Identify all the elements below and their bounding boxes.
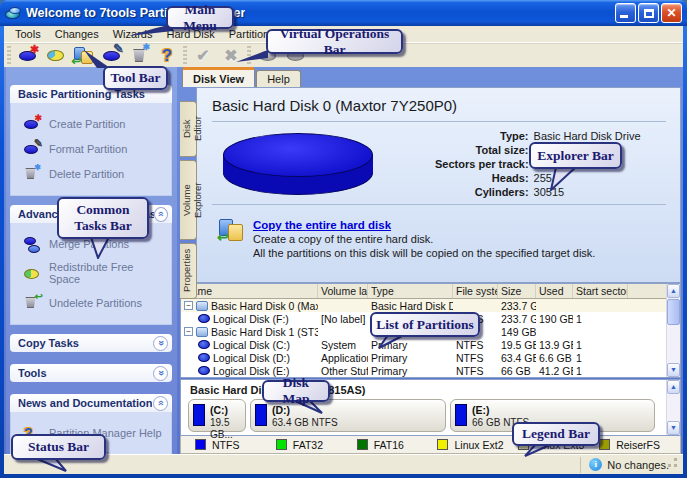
create-partition-icon: ✱ xyxy=(24,116,41,131)
callout-tool-bar: Tool Bar xyxy=(103,66,168,90)
section-basic-partitioning-tasks: Basic Partitioning Tasks ✱ Create Partit… xyxy=(10,85,172,196)
callout-tail xyxy=(236,50,269,63)
sidebar-item-delete-partition[interactable]: ✱ Delete Partition xyxy=(11,161,171,186)
legend-bar: NTFS FAT32 FAT16 Linux Ext2 Linux Ext3 R… xyxy=(180,436,681,454)
copy-entire-hard-disk-link[interactable]: Copy the entire hard disk xyxy=(253,219,391,231)
expand-chevron-icon[interactable]: » xyxy=(153,336,168,351)
collapse-chevron-icon[interactable]: » xyxy=(154,207,168,222)
legend-item-ntfs: NTFS xyxy=(195,439,276,451)
hard-disk-image xyxy=(223,133,373,195)
minimize-button[interactable] xyxy=(615,3,636,23)
collapse-box-icon[interactable]: − xyxy=(184,301,193,310)
table-row[interactable]: Logical Disk (D:) Application Primary NT… xyxy=(181,351,680,364)
callout-tail xyxy=(88,236,113,259)
logical-disk-icon xyxy=(198,353,210,362)
logical-disk-icon xyxy=(198,340,210,349)
used-space-swatch xyxy=(255,404,267,426)
expand-chevron-icon[interactable]: » xyxy=(153,366,168,381)
title-bar: Welcome to 7tools Partition Manager ✕ xyxy=(0,0,687,26)
maximize-button[interactable] xyxy=(638,3,659,23)
disk-map-title: Basic Hard Disk 1 (ST3160815AS) xyxy=(188,383,664,399)
section-header-tools[interactable]: Tools » xyxy=(10,364,172,382)
table-scrollbar[interactable]: ▲ ▼ xyxy=(666,284,680,377)
copy-hard-disk-icon: ↩ xyxy=(219,219,243,241)
delete-partition-icon: ✱ xyxy=(24,166,41,181)
format-partition-icon: ✎ xyxy=(24,141,41,156)
color-swatch xyxy=(437,439,448,450)
used-space-swatch xyxy=(193,404,205,426)
section-tools: Tools » xyxy=(10,364,172,382)
hard-disk-icon xyxy=(196,327,208,337)
column-size[interactable]: Size xyxy=(498,284,536,298)
menu-tools[interactable]: Tools xyxy=(8,27,48,41)
sidebar-item-format-partition[interactable]: ✎ Format Partition xyxy=(11,136,171,161)
callout-virtual-operations-bar: Virtual Operations Bar xyxy=(266,29,403,54)
vtab-properties[interactable]: Properties xyxy=(180,243,197,299)
callout-explorer-bar: Explorer Bar xyxy=(529,142,622,169)
callout-main-menu: Main Menu xyxy=(166,6,234,29)
section-header-news-and-documentation[interactable]: News and Documentation » xyxy=(10,394,172,412)
table-row[interactable]: Logical Disk (E:) Other Stuff Primary NT… xyxy=(181,364,680,377)
apply-button[interactable]: ✔ xyxy=(189,44,217,67)
legend-item-fat16: FAT16 xyxy=(357,439,438,451)
maximize-icon xyxy=(644,9,654,18)
tab-disk-view[interactable]: Disk View xyxy=(182,67,255,87)
sidebar-item-create-partition[interactable]: ✱ Create Partition xyxy=(11,111,171,136)
help-icon: ? xyxy=(162,46,172,66)
toolbar-grip[interactable] xyxy=(183,46,187,66)
column-file-system[interactable]: File system xyxy=(453,284,498,298)
table-row[interactable]: Logical Disk (C:) System Primary NTFS 19… xyxy=(181,338,680,351)
toolbar-grip[interactable] xyxy=(7,46,11,66)
column-type[interactable]: Type xyxy=(368,284,453,298)
sidebar-item-undelete-partitions[interactable]: ↩ Undelete Partitions xyxy=(11,290,171,315)
apply-icon: ✔ xyxy=(196,46,209,65)
delete-partition-button[interactable]: ✱ xyxy=(125,44,153,67)
resize-grip[interactable] xyxy=(666,456,678,468)
copy-partition-icon xyxy=(47,50,64,61)
callout-disk-map: Disk Map xyxy=(262,380,330,402)
scroll-down-icon[interactable]: ▼ xyxy=(667,421,680,435)
disk-map-block-c[interactable]: (C:)19.5 GB... xyxy=(188,399,246,432)
color-swatch xyxy=(276,439,287,450)
used-space-swatch xyxy=(455,404,467,426)
copy-description-line1: Create a copy of the entire hard disk. xyxy=(253,233,595,247)
disk-map: Basic Hard Disk 1 (ST3160815AS) (C:)19.5… xyxy=(180,379,681,436)
disk-map-scrollbar[interactable]: ▲ ▼ xyxy=(666,380,680,435)
explorer-bar: Disk Editor Volume Explorer Properties B… xyxy=(180,87,681,283)
scrollbar-thumb[interactable] xyxy=(667,299,680,325)
sidebar-item-redistribute-free-space[interactable]: Redistribute Free Space xyxy=(11,256,171,290)
callout-list-of-partitions: List of Partitions xyxy=(370,312,480,337)
close-button[interactable]: ✕ xyxy=(661,3,682,23)
logical-disk-icon xyxy=(198,366,210,375)
vtab-volume-explorer[interactable]: Volume Explorer xyxy=(180,160,197,240)
info-icon: i xyxy=(589,458,602,471)
app-icon xyxy=(5,6,22,21)
column-used[interactable]: Used xyxy=(536,284,573,298)
section-copy-tasks: Copy Tasks » xyxy=(10,334,172,352)
copy-partition-button[interactable] xyxy=(41,44,69,67)
table-row[interactable]: −Basic Hard Disk 0 (Maxtor 7Y250P0) Basi… xyxy=(181,299,680,312)
tab-help[interactable]: Help xyxy=(256,70,301,87)
help-button[interactable]: ? xyxy=(153,44,181,67)
table-header: Name Volume label Type File system Size … xyxy=(181,284,680,299)
collapse-box-icon[interactable]: − xyxy=(184,327,193,336)
undelete-partitions-icon: ↩ xyxy=(24,295,41,310)
menu-changes[interactable]: Changes xyxy=(48,27,106,41)
redistribute-free-space-icon xyxy=(24,266,41,281)
vtab-disk-editor[interactable]: Disk Editor xyxy=(180,101,197,157)
column-name[interactable]: Name xyxy=(181,284,318,298)
callout-legend-bar: Legend Bar xyxy=(512,422,600,446)
logical-disk-icon xyxy=(198,314,210,323)
close-icon: ✕ xyxy=(662,4,681,22)
create-partition-button[interactable]: ✱ xyxy=(13,44,41,67)
section-header-copy-tasks[interactable]: Copy Tasks » xyxy=(10,334,172,352)
scroll-up-icon[interactable]: ▲ xyxy=(667,284,680,298)
scroll-down-icon[interactable]: ▼ xyxy=(667,363,680,377)
color-swatch xyxy=(599,439,610,450)
legend-item-reiserfs: ReiserFS xyxy=(599,439,680,451)
scroll-up-icon[interactable]: ▲ xyxy=(667,380,680,394)
column-volume-label[interactable]: Volume label xyxy=(318,284,368,298)
column-start-sector[interactable]: Start sector xyxy=(573,284,628,298)
collapse-chevron-icon[interactable]: » xyxy=(153,396,168,411)
color-swatch xyxy=(357,439,368,450)
